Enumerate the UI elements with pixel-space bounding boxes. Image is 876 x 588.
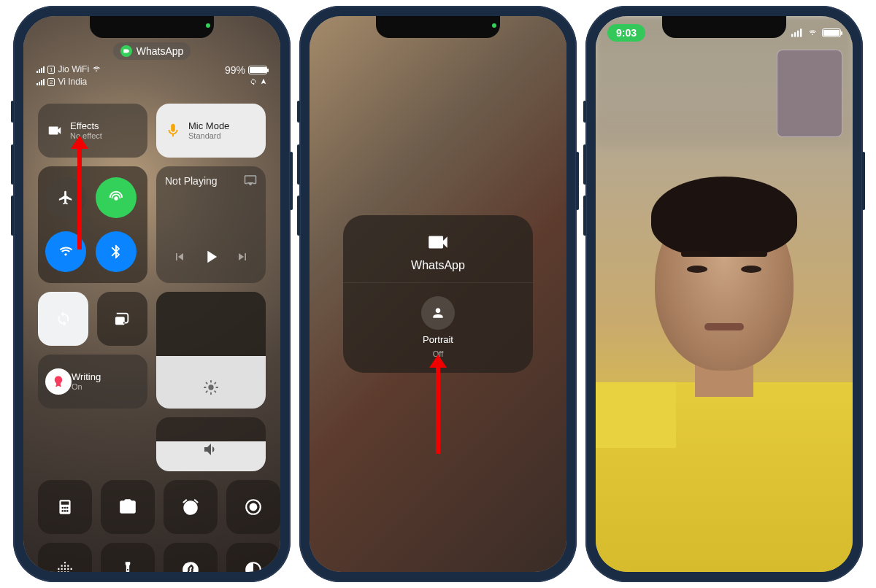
effects-panel: WhatsApp Portrait Off — [343, 215, 533, 373]
bluetooth-toggle[interactable] — [96, 231, 137, 272]
control-center: Effects No effect Mic Mode Standard — [38, 104, 266, 572]
effects-label: Effects — [70, 120, 102, 132]
call-time-pill[interactable]: 9:03 — [607, 24, 645, 42]
svg-rect-20 — [800, 28, 802, 36]
video-active-icon — [120, 45, 132, 57]
orientation-lock-tile[interactable] — [38, 292, 88, 346]
camera-indicator-dot — [206, 23, 210, 28]
next-track-button[interactable] — [235, 249, 250, 267]
mic-icon — [164, 121, 182, 140]
writing-icon — [45, 368, 72, 395]
svg-rect-18 — [794, 32, 796, 36]
portrait-option[interactable]: Portrait Off — [421, 283, 455, 358]
writing-tile[interactable]: Writing On — [38, 355, 147, 409]
portrait-label: Portrait — [423, 334, 453, 345]
svg-rect-17 — [791, 34, 793, 37]
play-button[interactable] — [201, 247, 221, 270]
status-bar: 9:03 — [596, 22, 853, 44]
video-icon — [45, 121, 64, 140]
carrier-1: 1 Jio WiFi — [36, 64, 101, 74]
video-icon — [426, 230, 450, 255]
media-title: Not Playing — [165, 175, 218, 187]
battery-icon — [248, 66, 267, 74]
screen-record-tile[interactable] — [226, 480, 280, 534]
annotation-arrow-1 — [77, 147, 82, 249]
svg-rect-19 — [797, 31, 799, 37]
phone-2-screen: WhatsApp Portrait Off — [310, 16, 566, 572]
portrait-icon — [421, 296, 455, 330]
signal-icon — [791, 28, 803, 37]
phone-1-frame: WhatsApp 1 Jio WiFi 2 Vi India 99 — [13, 6, 291, 582]
caller-face — [655, 196, 794, 371]
calculator-tile[interactable] — [38, 480, 92, 534]
effects-tile[interactable]: Effects No effect — [38, 104, 147, 158]
svg-point-6 — [61, 510, 64, 512]
svg-rect-2 — [61, 501, 69, 504]
svg-point-5 — [66, 507, 69, 509]
mic-mode-sublabel: Standard — [188, 131, 229, 141]
self-view-pip[interactable] — [777, 50, 842, 137]
svg-point-4 — [64, 507, 66, 509]
location-icon — [260, 78, 267, 85]
battery-percent: 99% — [225, 64, 245, 76]
carrier-2: 2 Vi India — [36, 77, 101, 87]
flashlight-tile[interactable] — [101, 543, 155, 572]
phone-3-frame: 9:03 — [585, 6, 863, 582]
annotation-arrow-2 — [436, 366, 440, 454]
camera-indicator-dot — [492, 23, 496, 28]
svg-point-3 — [61, 507, 64, 509]
phone-3-screen: 9:03 — [596, 16, 853, 572]
voice-memo-tile[interactable] — [38, 543, 92, 572]
dark-mode-tile[interactable] — [226, 543, 280, 572]
active-app-pill[interactable]: WhatsApp — [23, 42, 280, 60]
camera-tile[interactable] — [101, 480, 155, 534]
writing-label: Writing — [72, 371, 101, 383]
wifi-icon — [807, 28, 818, 37]
orientation-lock-icon — [250, 78, 257, 85]
volume-slider[interactable] — [156, 417, 266, 471]
svg-point-0 — [208, 384, 213, 390]
svg-point-8 — [66, 510, 69, 512]
svg-point-10 — [250, 503, 258, 511]
svg-point-7 — [64, 510, 66, 512]
active-app-label: WhatsApp — [137, 45, 184, 57]
phone-1-screen: WhatsApp 1 Jio WiFi 2 Vi India 99 — [23, 16, 280, 572]
alarm-tile[interactable] — [164, 480, 218, 534]
effects-panel-title: WhatsApp — [411, 259, 465, 272]
status-bar: 1 Jio WiFi 2 Vi India 99% — [36, 64, 267, 87]
writing-sublabel: On — [72, 382, 101, 392]
cellular-data-toggle[interactable] — [96, 177, 137, 218]
notch — [90, 16, 214, 38]
shazam-tile[interactable] — [164, 543, 218, 572]
screen-mirroring-tile[interactable] — [97, 292, 147, 346]
connectivity-group — [38, 166, 147, 283]
prev-track-button[interactable] — [172, 249, 187, 267]
mic-mode-label: Mic Mode — [188, 120, 229, 132]
brightness-slider[interactable] — [156, 292, 266, 409]
mic-mode-tile[interactable]: Mic Mode Standard — [156, 104, 266, 158]
media-tile[interactable]: Not Playing — [156, 166, 266, 283]
notch — [376, 16, 500, 38]
phone-2-frame: WhatsApp Portrait Off — [299, 6, 577, 582]
airplay-icon[interactable] — [244, 174, 257, 187]
battery-icon — [822, 28, 841, 37]
